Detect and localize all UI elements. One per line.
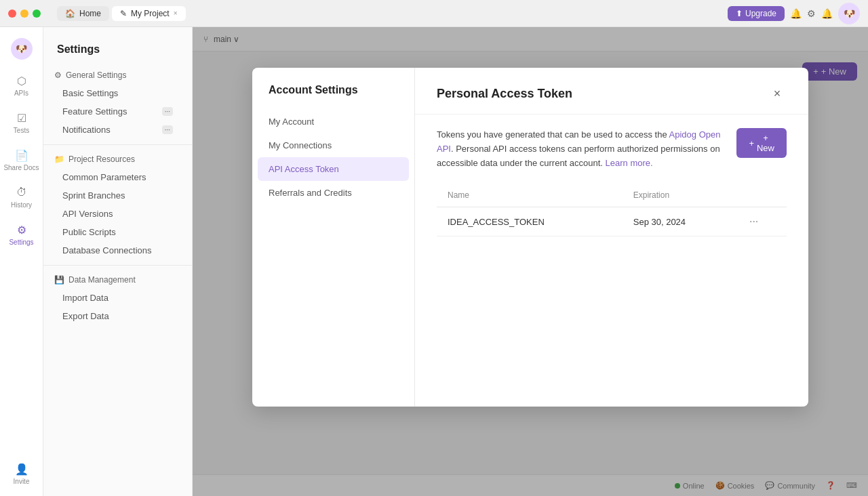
modal-title: Personal Access Token <box>437 87 572 101</box>
tab-home[interactable]: 🏠 Home <box>57 6 109 21</box>
data-management-icon: 💾 <box>54 275 64 285</box>
sidebar-avatar[interactable]: 🐶 <box>0 33 43 65</box>
sidebar-item-tests[interactable]: ☑ Tests <box>0 105 43 140</box>
upgrade-icon: ⬆ <box>736 9 743 18</box>
maximize-traffic-light[interactable] <box>33 9 41 18</box>
apis-icon: ⬡ <box>14 73 29 88</box>
account-modal-nav: Account Settings My Account My Connectio… <box>252 68 415 407</box>
sidebar-item-apis[interactable]: ⬡ APIs <box>0 68 43 102</box>
sidebar-item-history[interactable]: ⏱ History <box>0 180 43 214</box>
token-more-button[interactable]: ··· <box>749 215 758 227</box>
sidebar-item-settings[interactable]: ⚙ Settings <box>0 217 43 251</box>
sidebar-item-invite[interactable]: 👤 Invite <box>0 456 43 491</box>
main-layout: 🐶 ⬡ APIs ☑ Tests 📄 Share Docs ⏱ History … <box>0 27 868 496</box>
nav-item-basic[interactable]: Basic Settings <box>43 84 192 102</box>
tests-icon: ☑ <box>14 110 29 125</box>
tab-bar: 🏠 Home ✎ My Project × <box>57 6 186 21</box>
token-name: IDEA_ACCESS_TOKEN <box>437 207 623 236</box>
sidebar-item-share-docs[interactable]: 📄 Share Docs <box>0 142 43 177</box>
table-row: IDEA_ACCESS_TOKEN Sep 30, 2024 ··· <box>437 207 787 236</box>
token-table-head: Name Expiration <box>437 184 787 207</box>
nav-item-public-scripts[interactable]: Public Scripts <box>43 223 192 241</box>
token-expiration: Sep 30, 2024 <box>623 207 738 236</box>
traffic-lights <box>8 9 41 18</box>
close-traffic-light[interactable] <box>8 9 16 18</box>
home-icon: 🏠 <box>65 9 75 18</box>
nav-item-import[interactable]: Import Data <box>43 289 192 307</box>
history-icon: ⏱ <box>14 185 29 200</box>
nav-item-api-versions[interactable]: API Versions <box>43 205 192 223</box>
nav-item-notifications[interactable]: Notifications ··· <box>43 121 192 139</box>
col-expiration: Expiration <box>623 184 738 207</box>
modal-close-button[interactable]: × <box>768 84 787 103</box>
project-resources-icon: 📁 <box>54 154 64 164</box>
icon-sidebar: 🐶 ⬡ APIs ☑ Tests 📄 Share Docs ⏱ History … <box>0 27 43 496</box>
account-settings-modal: Account Settings My Account My Connectio… <box>252 68 808 407</box>
token-panel-body: Tokens you have generated that can be us… <box>415 115 808 407</box>
col-name: Name <box>437 184 623 207</box>
nav-item-sprint[interactable]: Sprint Branches <box>43 186 192 205</box>
tab-close-icon[interactable]: × <box>174 9 178 17</box>
col-actions <box>738 184 787 207</box>
edit-icon: ✎ <box>120 9 127 18</box>
share-docs-icon: 📄 <box>14 148 29 163</box>
settings-nav-title: Settings <box>43 38 192 66</box>
gear-icon[interactable]: ⚙ <box>807 8 816 19</box>
token-table: Name Expiration IDEA_ACCESS_TOKEN Sep 30… <box>437 184 787 236</box>
nav-item-common[interactable]: Common Parameters <box>43 168 192 186</box>
user-avatar[interactable]: 🐶 <box>838 3 860 24</box>
plus-icon: + <box>749 138 754 148</box>
divider-2 <box>43 265 192 266</box>
divider-1 <box>43 144 192 145</box>
account-settings-title: Account Settings <box>252 84 414 110</box>
token-panel-header: Personal Access Token × <box>415 68 808 115</box>
tab-myproject[interactable]: ✎ My Project × <box>112 6 186 21</box>
notifications-badge: ··· <box>162 125 173 134</box>
token-new-button[interactable]: + + New <box>736 128 787 158</box>
settings-nav: Settings ⚙ General Settings Basic Settin… <box>43 27 193 496</box>
token-table-body: IDEA_ACCESS_TOKEN Sep 30, 2024 ··· <box>437 207 787 236</box>
upgrade-button[interactable]: ⬆ Upgrade <box>728 6 785 21</box>
topbar-right: ⬆ Upgrade 🔔 ⚙ 🔔 🐶 <box>728 3 860 24</box>
nav-section-project: 📁 Project Resources <box>43 150 192 168</box>
modal-nav-api-access-token[interactable]: API Access Token <box>258 157 409 181</box>
nav-section-data: 💾 Data Management <box>43 271 192 289</box>
token-description: Tokens you have generated that can be us… <box>437 128 736 170</box>
notification-icon[interactable]: 🔔 <box>821 8 833 19</box>
settings-icon: ⚙ <box>14 222 29 237</box>
nav-item-feature[interactable]: Feature Settings ··· <box>43 102 192 121</box>
minimize-traffic-light[interactable] <box>20 9 28 18</box>
invite-icon: 👤 <box>14 461 29 476</box>
token-panel: Personal Access Token × Tokens you have … <box>415 68 808 407</box>
feature-badge: ··· <box>162 107 173 116</box>
modal-nav-my-connections[interactable]: My Connections <box>252 133 414 157</box>
nav-item-db[interactable]: Database Connections <box>43 241 192 260</box>
titlebar: 🏠 Home ✎ My Project × ⬆ Upgrade 🔔 ⚙ 🔔 🐶 <box>0 0 868 27</box>
avatar: 🐶 <box>11 38 33 60</box>
nav-section-general: ⚙ General Settings <box>43 66 192 84</box>
nav-item-export[interactable]: Export Data <box>43 307 192 325</box>
content-area: ⑂ main ∨ + + New Account Settings My Acc… <box>193 27 868 496</box>
token-description-row: Tokens you have generated that can be us… <box>437 128 787 170</box>
modal-nav-referrals[interactable]: Referrals and Credits <box>252 181 414 205</box>
learn-more-link[interactable]: Learn more. <box>606 158 653 168</box>
general-settings-icon: ⚙ <box>54 70 62 80</box>
modal-area: Account Settings My Account My Connectio… <box>193 51 868 496</box>
bell-icon[interactable]: 🔔 <box>790 8 802 19</box>
modal-nav-my-account[interactable]: My Account <box>252 110 414 133</box>
token-actions: ··· <box>738 207 787 236</box>
